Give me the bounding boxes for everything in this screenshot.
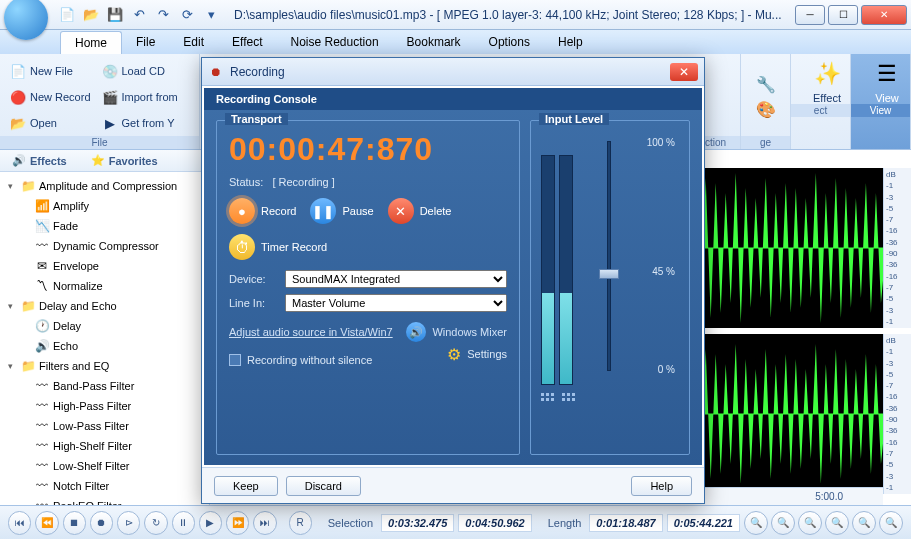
qat-redo-icon[interactable]: ↷ (154, 6, 172, 24)
tree-item[interactable]: 🔊Echo (0, 336, 209, 356)
qat-dropdown-icon[interactable]: ▾ (202, 6, 220, 24)
ribbon-group-file: 📄New File 💿Load CD 🔴New Record 🎬Import f… (0, 54, 200, 149)
app-orb[interactable] (4, 0, 48, 40)
zoom-in-button[interactable]: 🔍 (852, 511, 876, 535)
qat-open-icon[interactable]: 📂 (82, 6, 100, 24)
qat-undo-icon[interactable]: ↶ (130, 6, 148, 24)
selection-label: Selection (328, 517, 373, 529)
tree-item[interactable]: 🕐Delay (0, 316, 209, 336)
selection-start[interactable]: 0:03:32.475 (381, 514, 454, 532)
window-maximize-button[interactable]: ☐ (828, 5, 858, 25)
tab-favorites[interactable]: ⭐ Favorites (79, 150, 170, 171)
settings-button[interactable]: ⚙Settings (447, 345, 507, 364)
tree-item[interactable]: 📉Fade (0, 216, 209, 236)
record-without-silence-checkbox[interactable]: Recording without silence (229, 354, 372, 366)
record-button[interactable]: ●Record (229, 198, 296, 224)
zoom-out-v-button[interactable]: 🔍 (825, 511, 849, 535)
transport-play-button[interactable]: ▶ (199, 511, 222, 535)
pause-circle-icon: ❚❚ (310, 198, 336, 224)
dialog-close-button[interactable]: ✕ (670, 63, 698, 81)
record-circle-icon: ● (229, 198, 255, 224)
menu-bookmark[interactable]: Bookmark (393, 31, 475, 53)
tree-item[interactable]: 〰Low-Shelf Filter (0, 456, 209, 476)
zoom-in-v-button[interactable]: 🔍 (798, 511, 822, 535)
window-minimize-button[interactable]: ─ (795, 5, 825, 25)
discard-button[interactable]: Discard (286, 476, 361, 496)
tree-item[interactable]: 〰Low-Pass Filter (0, 416, 209, 436)
tree-item[interactable]: 〰High-Pass Filter (0, 396, 209, 416)
pause-button[interactable]: ❚❚Pause (310, 198, 373, 224)
qat-new-icon[interactable]: 📄 (58, 6, 76, 24)
tree-group[interactable]: ▾📁Filters and EQ (0, 356, 209, 376)
tree-group[interactable]: ▾📁Amplitude and Compression (0, 176, 209, 196)
help-button[interactable]: Help (631, 476, 692, 496)
tool-icon[interactable]: 🔧 (756, 75, 776, 94)
ribbon-effect-button[interactable]: ✨ Effect (799, 58, 855, 104)
adjust-source-link[interactable]: Adjust audio source in Vista/Win7 (229, 326, 393, 338)
tree-item[interactable]: 〰PeakEQ Filter (0, 496, 209, 505)
windows-mixer-button[interactable]: 🔊Windows Mixer (406, 322, 507, 342)
window-close-button[interactable]: ✕ (861, 5, 907, 25)
timer-record-button[interactable]: ⏱Timer Record (229, 234, 327, 260)
ribbon-import-from[interactable]: 🎬Import from (100, 84, 192, 110)
slider-thumb[interactable] (599, 269, 619, 279)
tree-item[interactable]: 〰Band-Pass Filter (0, 376, 209, 396)
transport-record-button[interactable]: ⏺ (90, 511, 113, 535)
transport-play-sel-button[interactable]: ⊳ (117, 511, 140, 535)
ribbon-open[interactable]: 📂Open (8, 110, 100, 136)
transport-begin-button[interactable]: ⏮ (8, 511, 31, 535)
menu-options[interactable]: Options (475, 31, 544, 53)
transport-repeat-button[interactable]: R (289, 511, 312, 535)
dialog-titlebar[interactable]: ⏺ Recording ✕ (202, 58, 704, 86)
menu-file[interactable]: File (122, 31, 169, 53)
transport-rewind-button[interactable]: ⏪ (35, 511, 58, 535)
zoom-out-button[interactable]: 🔍 (879, 511, 903, 535)
menu-edit[interactable]: Edit (169, 31, 218, 53)
keep-button[interactable]: Keep (214, 476, 278, 496)
tree-item[interactable]: 〰Notch Filter (0, 476, 209, 496)
ribbon-new-file[interactable]: 📄New File (8, 58, 100, 84)
effect-icon: ✨ (811, 58, 843, 90)
tree-item[interactable]: 〰Dynamic Compressor (0, 236, 209, 256)
tree-item[interactable]: ✉Envelope (0, 256, 209, 276)
delete-button[interactable]: ✕Delete (388, 198, 452, 224)
qat-save-icon[interactable]: 💾 (106, 6, 124, 24)
checkbox-icon (229, 354, 241, 366)
length-value[interactable]: 0:01:18.487 (589, 514, 662, 532)
tree-item[interactable]: 〽Normalize (0, 276, 209, 296)
input-gain-slider[interactable]: 100 % 45 % 0 % (585, 131, 679, 381)
input-level-legend: Input Level (539, 113, 609, 125)
linein-select[interactable]: Master Volume (285, 294, 507, 312)
ribbon-group-label: File (0, 136, 199, 149)
menu-home[interactable]: Home (60, 31, 122, 54)
palette-icon[interactable]: 🎨 (756, 100, 776, 119)
transport-stop-button[interactable]: ⏹ (63, 511, 86, 535)
menu-help[interactable]: Help (544, 31, 597, 53)
transport-end-button[interactable]: ⏭ (253, 511, 276, 535)
import-icon: 🎬 (102, 89, 118, 105)
ribbon-view-button[interactable]: ☰ View (859, 58, 911, 104)
selection-end[interactable]: 0:04:50.962 (458, 514, 531, 532)
total-value[interactable]: 0:05:44.221 (667, 514, 740, 532)
ribbon-new-record[interactable]: 🔴New Record (8, 84, 100, 110)
transport-play-loop-button[interactable]: ↻ (144, 511, 167, 535)
tab-effects[interactable]: 🔊 Effects (0, 150, 79, 171)
ribbon-load-cd[interactable]: 💿Load CD (100, 58, 192, 84)
zoom-sel-button[interactable]: 🔍 (771, 511, 795, 535)
zoom-fit-button[interactable]: 🔍 (744, 511, 768, 535)
record-icon: 🔴 (10, 89, 26, 105)
timecode-display: 00:00:47:870 (229, 131, 507, 168)
window-titlebar: 📄 📂 💾 ↶ ↷ ⟳ ▾ D:\samples\audio files\mus… (0, 0, 911, 30)
transport-pause-button[interactable]: ⏸ (172, 511, 195, 535)
qat-refresh-icon[interactable]: ⟳ (178, 6, 196, 24)
open-icon: 📂 (10, 115, 26, 131)
ribbon-get-from-y[interactable]: ▶Get from Y (100, 110, 192, 136)
transport-forward-button[interactable]: ⏩ (226, 511, 249, 535)
menubar: Home File Edit Effect Noise Reduction Bo… (0, 30, 911, 54)
tree-item[interactable]: 〰High-Shelf Filter (0, 436, 209, 456)
menu-effect[interactable]: Effect (218, 31, 276, 53)
device-select[interactable]: SoundMAX Integrated (285, 270, 507, 288)
tree-group[interactable]: ▾📁Delay and Echo (0, 296, 209, 316)
tree-item[interactable]: 📶Amplify (0, 196, 209, 216)
menu-noise-reduction[interactable]: Noise Reduction (277, 31, 393, 53)
